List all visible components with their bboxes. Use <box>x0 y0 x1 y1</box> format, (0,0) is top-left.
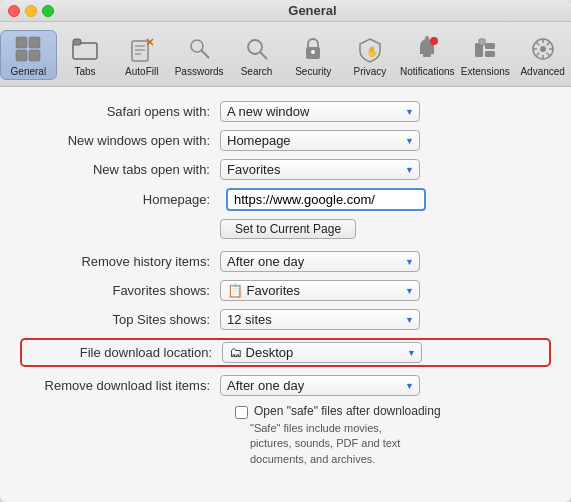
favorites-shows-control: 📋 Favorites <box>220 280 551 301</box>
tab-passwords[interactable]: Passwords <box>170 30 228 80</box>
remove-history-select[interactable]: After one day <box>220 251 420 272</box>
file-download-row: File download location: 🗂 Desktop <box>22 342 549 363</box>
extensions-icon <box>469 33 501 65</box>
privacy-icon: ✋ <box>354 33 386 65</box>
open-safe-checkbox[interactable] <box>235 406 248 419</box>
file-download-control: 🗂 Desktop <box>222 342 549 363</box>
homepage-input[interactable] <box>226 188 426 211</box>
passwords-label: Passwords <box>175 66 224 77</box>
open-safe-row: Open "safe" files after downloading <box>20 404 551 419</box>
top-sites-select[interactable]: 12 sites <box>220 309 420 330</box>
top-sites-control: 12 sites <box>220 309 551 330</box>
tab-search[interactable]: Search <box>228 30 285 80</box>
tabs-icon <box>69 33 101 65</box>
tab-security[interactable]: Security <box>285 30 342 80</box>
favorites-shows-select[interactable]: 📋 Favorites <box>220 280 420 301</box>
safari-opens-select[interactable]: A new window <box>220 101 420 122</box>
advanced-icon <box>527 33 559 65</box>
close-button[interactable] <box>8 5 20 17</box>
search-icon <box>241 33 273 65</box>
tab-notifications[interactable]: Notifications <box>398 30 456 80</box>
favorites-shows-row: Favorites shows: 📋 Favorites <box>20 280 551 301</box>
svg-line-36 <box>536 53 539 56</box>
new-tabs-select[interactable]: Favorites <box>220 159 420 180</box>
remove-download-select-wrapper: After one day <box>220 375 420 396</box>
tab-advanced[interactable]: Advanced <box>514 30 571 80</box>
advanced-label: Advanced <box>520 66 564 77</box>
svg-rect-5 <box>73 39 81 45</box>
homepage-row: Homepage: <box>20 188 551 211</box>
remove-history-select-wrapper: After one day <box>220 251 420 272</box>
security-icon <box>297 33 329 65</box>
set-current-row: Set to Current Page <box>20 219 551 239</box>
svg-line-16 <box>260 52 267 59</box>
svg-rect-25 <box>485 51 495 57</box>
maximize-button[interactable] <box>42 5 54 17</box>
autofill-icon <box>126 33 158 65</box>
homepage-label: Homepage: <box>20 192 220 207</box>
new-windows-row: New windows open with: Homepage <box>20 130 551 151</box>
tab-autofill[interactable]: AutoFill <box>113 30 170 80</box>
top-sites-select-wrapper: 12 sites <box>220 309 420 330</box>
toolbar: General Tabs Aut <box>0 22 571 87</box>
safari-opens-label: Safari opens with: <box>20 104 220 119</box>
content-area: Safari opens with: A new window New wind… <box>0 87 571 502</box>
favorites-shows-label: Favorites shows: <box>20 283 220 298</box>
general-label: General <box>11 66 47 77</box>
remove-download-label: Remove download list items: <box>20 378 220 393</box>
notifications-label: Notifications <box>400 66 454 77</box>
new-tabs-control: Favorites <box>220 159 551 180</box>
titlebar: General <box>0 0 571 22</box>
minimize-button[interactable] <box>25 5 37 17</box>
remove-download-row: Remove download list items: After one da… <box>20 375 551 396</box>
new-windows-control: Homepage <box>220 130 551 151</box>
svg-line-34 <box>546 53 549 56</box>
svg-rect-20 <box>423 54 431 57</box>
favorites-shows-select-wrapper: 📋 Favorites <box>220 280 420 301</box>
privacy-label: Privacy <box>354 66 387 77</box>
tab-tabs[interactable]: Tabs <box>57 30 114 80</box>
svg-point-18 <box>311 50 315 54</box>
tab-general[interactable]: General <box>0 30 57 80</box>
tab-extensions[interactable]: Extensions <box>456 30 514 80</box>
svg-point-28 <box>540 46 546 52</box>
new-windows-label: New windows open with: <box>20 133 220 148</box>
file-download-select[interactable]: 🗂 Desktop <box>222 342 422 363</box>
svg-point-21 <box>425 36 429 40</box>
svg-line-35 <box>546 43 549 46</box>
traffic-lights <box>8 5 54 17</box>
new-windows-select[interactable]: Homepage <box>220 130 420 151</box>
svg-rect-26 <box>479 39 485 45</box>
tab-privacy[interactable]: ✋ Privacy <box>342 30 399 80</box>
top-sites-row: Top Sites shows: 12 sites <box>20 309 551 330</box>
remove-history-row: Remove history items: After one day <box>20 251 551 272</box>
new-tabs-label: New tabs open with: <box>20 162 220 177</box>
window-title: General <box>62 3 563 18</box>
autofill-label: AutoFill <box>125 66 158 77</box>
top-sites-label: Top Sites shows: <box>20 312 220 327</box>
svg-rect-24 <box>485 43 495 49</box>
set-current-page-button[interactable]: Set to Current Page <box>220 219 356 239</box>
notifications-icon <box>411 33 443 65</box>
svg-rect-6 <box>132 41 148 61</box>
file-download-label: File download location: <box>22 345 222 360</box>
remove-download-select[interactable]: After one day <box>220 375 420 396</box>
new-tabs-row: New tabs open with: Favorites <box>20 159 551 180</box>
svg-rect-3 <box>29 50 40 61</box>
safari-opens-select-wrapper: A new window <box>220 101 420 122</box>
remove-download-control: After one day <box>220 375 551 396</box>
safari-opens-row: Safari opens with: A new window <box>20 101 551 122</box>
svg-rect-0 <box>16 37 27 48</box>
svg-rect-2 <box>16 50 27 61</box>
svg-point-22 <box>430 37 438 45</box>
security-label: Security <box>295 66 331 77</box>
svg-text:✋: ✋ <box>366 45 379 58</box>
file-download-highlighted-row: File download location: 🗂 Desktop <box>20 338 551 367</box>
tabs-label: Tabs <box>75 66 96 77</box>
new-tabs-select-wrapper: Favorites <box>220 159 420 180</box>
extensions-label: Extensions <box>461 66 510 77</box>
safe-note: "Safe" files include movies, pictures, s… <box>20 421 420 467</box>
svg-rect-1 <box>29 37 40 48</box>
svg-point-15 <box>248 40 262 54</box>
svg-line-33 <box>536 43 539 46</box>
